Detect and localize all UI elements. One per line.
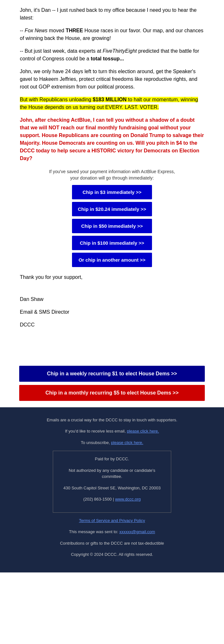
million-amount: $183 MILLION — [93, 97, 127, 102]
actblue-note-line1: If you've saved your payment information… — [49, 169, 175, 174]
bottom-cta-section: Chip in a weekly recurring $1 to elect H… — [0, 359, 224, 407]
fox-news-paragraph: -- Fox News moved THREE House races in o… — [20, 27, 204, 42]
highlight-span: But with Republicans unloading $183 MILL… — [20, 97, 198, 110]
sender-org: DCCC — [20, 321, 204, 329]
donation-section: If you've saved your payment information… — [20, 169, 204, 267]
less-email-link[interactable]: please click here. — [127, 429, 159, 433]
footer-less-email-prefix: If you'd like to receive less email, — [65, 429, 127, 433]
sent-to-email-link[interactable]: xxxxxx@gmail.com — [119, 529, 155, 534]
paid-for-box: Paid for by DCCC. Not authorized by any … — [53, 451, 171, 513]
not-authorized-line: Not authorized by any candidate or candi… — [60, 467, 164, 480]
sent-to-prefix: This message was sent to: — [69, 529, 120, 534]
tos-link[interactable]: Terms of Service and Privacy Policy — [79, 518, 145, 523]
donate-other-button[interactable]: Or chip in another amount >> — [72, 253, 152, 267]
fivethirtyeight-italic: FiveThirtyEight — [103, 48, 137, 54]
fivethirtyeight-paragraph: -- But just last week, data experts at F… — [20, 47, 204, 63]
copyright-line: Copyright © 2024 DCCC. All rights reserv… — [16, 551, 208, 558]
address-line: 430 South Capitol Street SE, Washington,… — [60, 485, 164, 491]
dccc-website-link[interactable]: www.dccc.org — [115, 497, 141, 502]
thanks-line: Thank you for your support, — [20, 273, 204, 281]
cta-paragraph: John, after checking ActBlue, I can tell… — [20, 116, 204, 162]
contributions-line: Contributions or gifts to the DCCC are n… — [16, 540, 208, 547]
phone-prefix: (202) 863-1500 | — [83, 497, 115, 502]
footer: Emails are a crucial way for the DCCC to… — [0, 407, 224, 572]
sent-to-line: This message was sent to: xxxxxx@gmail.c… — [16, 529, 208, 535]
sender-title: Email & SMS Director — [20, 308, 204, 316]
donate-50-button[interactable]: Chip in $50 immediately >> — [72, 219, 152, 233]
donate-20-button[interactable]: Chip in $20.24 immediately >> — [72, 202, 152, 216]
unsubscribe-link[interactable]: please click here. — [111, 440, 143, 445]
monthly-btn[interactable]: Chip in a monthly recurring $5 to elect … — [19, 385, 205, 401]
actblue-note-line2: your donation will go through immediatel… — [70, 175, 154, 180]
paid-for-line: Paid for by DCCC. — [60, 456, 164, 462]
donate-3-button[interactable]: Chip in $3 immediately >> — [72, 185, 152, 199]
phone-line: (202) 863-1500 | www.dccc.org — [60, 496, 164, 502]
donate-100-button[interactable]: Chip in $100 immediately >> — [72, 236, 152, 250]
fox-news-italic: Fox News — [25, 28, 47, 33]
footer-unsubscribe: To unsubscribe, please click here. — [16, 440, 208, 446]
intro-paragraph: John, it's Dan -- I just rushed back to … — [20, 6, 204, 22]
sender-name: Dan Shaw — [20, 295, 204, 303]
tossup-bold: total tossup... — [91, 56, 124, 61]
unsubscribe-prefix: To unsubscribe, — [81, 440, 111, 445]
actblue-note: If you've saved your payment information… — [20, 169, 204, 181]
days-left-paragraph: John, we only have 24 days left to turn … — [20, 68, 204, 91]
weekly-btn[interactable]: Chip in a weekly recurring $1 to elect H… — [19, 366, 205, 382]
three-bold: THREE — [66, 28, 83, 33]
signature: Thank you for your support, Dan Shaw Ema… — [20, 273, 204, 329]
cta-link[interactable]: John, after checking ActBlue, I can tell… — [20, 117, 204, 161]
tos-line: Terms of Service and Privacy Policy — [16, 518, 208, 524]
highlight-paragraph: But with Republicans unloading $183 MILL… — [20, 96, 204, 111]
footer-line2: If you'd like to receive less email, ple… — [16, 428, 208, 434]
footer-line1: Emails are a crucial way for the DCCC to… — [16, 417, 208, 423]
